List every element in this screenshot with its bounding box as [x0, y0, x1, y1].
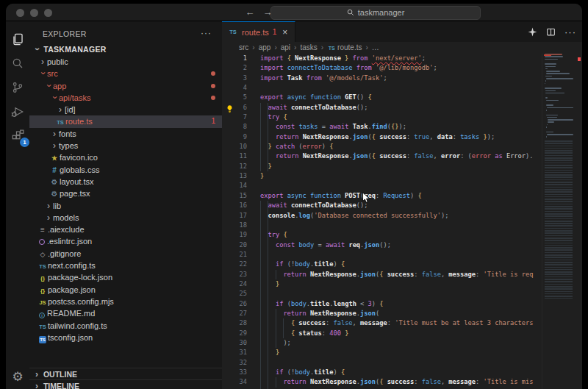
tree-item-public[interactable]: ›public [29, 56, 222, 68]
code-line: 25 [222, 289, 542, 299]
history-back-icon[interactable]: ← [243, 6, 257, 19]
overview-ruler[interactable] [576, 54, 582, 389]
copilot-sparkle-icon[interactable] [528, 27, 537, 37]
tree-item-postcss-config-mjs[interactable]: JSpostcss.config.mjs [29, 296, 222, 307]
code-line: 31} [222, 348, 542, 357]
tree-item-models[interactable]: ›models [29, 212, 222, 224]
outline-section[interactable]: › OUTLINE [29, 368, 222, 379]
more-actions-icon[interactable]: ··· [564, 26, 576, 38]
tree-item-favicon-ico[interactable]: ★favicon.ico [29, 151, 222, 163]
tree-item-tailwind-config-ts[interactable]: TStailwind.config.ts [29, 320, 222, 332]
tab-label: route.ts [242, 28, 269, 37]
timeline-section[interactable]: › TIMELINE [29, 379, 222, 389]
breadcrumb-item[interactable]: route.ts [337, 43, 362, 51]
tree-item--aiexclude[interactable]: ≡.aiexclude [29, 224, 222, 235]
line-number: 7 [222, 113, 247, 122]
line-number: 9 [222, 132, 247, 142]
line-number: 20 [222, 240, 247, 250]
tree-item-package-lock-json[interactable]: {}package-lock.json [29, 271, 222, 283]
tree-item-label: [id] [65, 105, 76, 114]
code-line: 26if (body.title.length < 3) { [222, 299, 542, 309]
css-hash-icon: # [50, 165, 59, 176]
command-center-search[interactable]: taskmanager [270, 6, 481, 20]
tree-item-api-tasks[interactable]: ›api/tasks [29, 92, 222, 104]
tree-item-layout-tsx[interactable]: ⚙layout.tsx [29, 176, 222, 188]
tree-item-next-config-ts[interactable]: TSnext.config.ts [29, 260, 222, 271]
timeline-label: TIMELINE [43, 382, 79, 389]
chevron-right-icon: › [50, 140, 59, 151]
tree-item-globals-css[interactable]: #globals.css [29, 164, 222, 176]
typescript-icon: TS [327, 43, 336, 54]
code-line: 5export async function GET() { [222, 93, 542, 102]
tab-close-icon[interactable]: × [282, 27, 287, 38]
tab-route-ts[interactable]: TS route.ts 1 × [222, 21, 295, 42]
tree-item-label: tailwind.config.ts [48, 321, 107, 330]
tree-item-fonts[interactable]: ›fonts [29, 128, 222, 140]
code-line: 11return NextResponse.json({ success: fa… [222, 151, 542, 161]
project-root-row[interactable]: › TASKMANAGER [29, 43, 222, 56]
tree-item-label: page.tsx [60, 189, 90, 198]
code-line: 12} [222, 162, 542, 171]
split-editor-icon[interactable] [546, 27, 556, 37]
tree-item-package-json[interactable]: {}package.json [29, 284, 222, 296]
exclude-list-icon: ≡ [38, 224, 47, 236]
source-control-icon[interactable] [9, 79, 26, 96]
line-number: 18 [222, 221, 247, 230]
line-number: 25 [222, 289, 247, 299]
line-number: 19 [222, 230, 247, 240]
line-number: 16 [222, 201, 247, 210]
tree-item-page-tsx[interactable]: ⚙page.tsx [29, 188, 222, 199]
line-number: 8 [222, 122, 247, 132]
breadcrumb-item[interactable]: src [239, 43, 248, 51]
traffic-light-close[interactable] [16, 9, 24, 17]
run-debug-icon[interactable] [9, 103, 26, 121]
tree-item-tsconfig-json[interactable]: TStsconfig.json [29, 332, 222, 343]
extensions-icon[interactable]: 1 [9, 127, 26, 145]
chevron-down-icon: › [31, 45, 43, 54]
chevron-right-icon: › [32, 368, 41, 380]
title-bar: ← → taskmanager [6, 4, 582, 21]
tree-item-lib[interactable]: ›lib [29, 200, 222, 212]
tree-item-label: favicon.ico [60, 153, 98, 162]
breadcrumb-item[interactable]: api [281, 43, 290, 51]
code-editor[interactable]: 1import { NextResponse } from 'next/serv… [222, 54, 582, 389]
tree-item-app[interactable]: ›app [29, 80, 222, 92]
breadcrumb-item[interactable]: … [372, 43, 379, 51]
code-line: 9return NextResponse.json({ success: tru… [222, 132, 542, 142]
sidebar-more-actions-icon[interactable]: ··· [201, 26, 212, 42]
tree-item-label: globals.css [60, 165, 99, 174]
minimap[interactable] [542, 54, 576, 389]
breadcrumb-item[interactable]: tasks [300, 43, 317, 51]
code-line: 1import { NextResponse } from 'next/serv… [222, 54, 542, 63]
chevron-right-icon: › [38, 56, 47, 68]
tree-item-route-ts[interactable]: TSroute.ts1 [29, 115, 222, 127]
tree-item-src[interactable]: ›src [29, 68, 222, 79]
tree-item-label: package-lock.json [48, 273, 112, 282]
code-line: 8const tasks = await Task.find({}); [222, 122, 542, 132]
line-number: 28 [222, 318, 247, 328]
line-number: 30 [222, 338, 247, 348]
code-line: 7try { [222, 113, 542, 122]
code-line: 6await connectToDatabase(); [222, 103, 542, 113]
code-line: 23return NextResponse.json({ success: fa… [222, 270, 542, 279]
settings-gear-icon[interactable]: ⚙ [6, 369, 29, 385]
search-sidebar-icon[interactable] [9, 54, 26, 72]
editor-actions: ··· [528, 21, 576, 42]
traffic-light-minimize[interactable] [30, 9, 38, 17]
explorer-icon[interactable] [9, 30, 26, 48]
breadcrumb-separator: › [365, 43, 368, 51]
line-number: 15 [222, 191, 247, 201]
search-value: taskmanager [358, 8, 405, 17]
line-number: 14 [222, 181, 247, 190]
code-line: 33if (!body.title) { [222, 368, 542, 377]
tree-item-types[interactable]: ›types [29, 140, 222, 151]
tree-item--id-[interactable]: ›[id] [29, 104, 222, 115]
tree-item-readme-md[interactable]: iREADME.md [29, 307, 222, 319]
tree-item--gitignore[interactable]: ◇.gitignore [29, 248, 222, 260]
chevron-right-icon: › [44, 200, 53, 212]
breadcrumb-item[interactable]: app [259, 43, 271, 51]
traffic-light-zoom[interactable] [44, 9, 52, 17]
tree-item--eslintrc-json[interactable]: .eslintrc.json [29, 235, 222, 247]
tree-item-label: layout.tsx [60, 177, 93, 186]
modified-dot [211, 96, 215, 100]
